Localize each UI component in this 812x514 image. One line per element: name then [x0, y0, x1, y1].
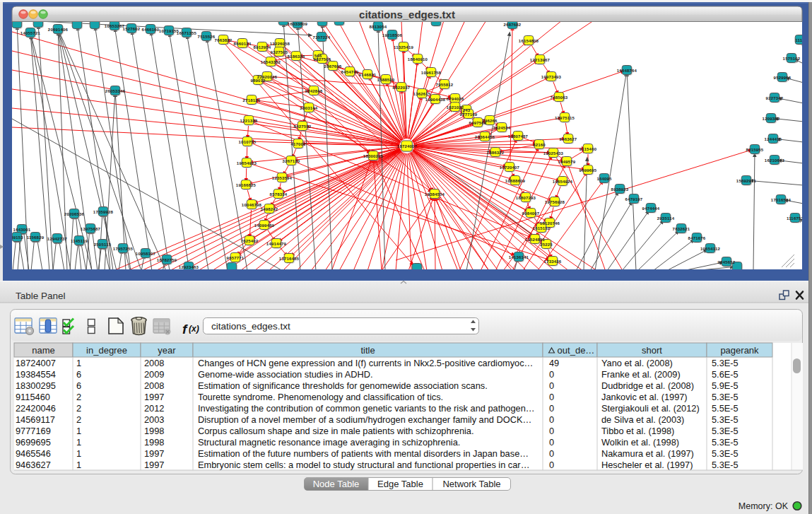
svg-text:164095: 164095: [596, 177, 612, 181]
svg-text:25225: 25225: [540, 243, 553, 247]
svg-text:12923463: 12923463: [179, 265, 199, 269]
svg-text:13524851: 13524851: [525, 238, 546, 242]
svg-text:1010755: 1010755: [239, 140, 257, 144]
svg-text:5.6E-5: 5.6E-5: [712, 369, 739, 380]
svg-text:9327505: 9327505: [271, 50, 288, 54]
svg-text:10688609: 10688609: [505, 179, 526, 183]
svg-text:5.9E-5: 5.9E-5: [712, 380, 739, 391]
svg-text:0: 0: [549, 414, 554, 425]
svg-text:0: 0: [549, 380, 554, 391]
svg-text:13716485: 13716485: [279, 257, 300, 261]
svg-text:9777169: 9777169: [16, 426, 51, 436]
svg-text:9463627: 9463627: [560, 137, 577, 141]
svg-text:Nakamura et al. (1997): Nakamura et al. (1997): [601, 448, 694, 459]
svg-text:9474444: 9474444: [642, 206, 660, 211]
svg-text:8186328: 8186328: [288, 54, 305, 59]
svg-text:year: year: [158, 345, 176, 356]
svg-text:8813054: 8813054: [370, 25, 387, 29]
svg-text:12975115: 12975115: [555, 116, 575, 120]
svg-text:Node Table: Node Table: [313, 479, 360, 489]
svg-text:9227342: 9227342: [766, 96, 784, 100]
svg-text:1244415: 1244415: [765, 137, 782, 141]
svg-text:0: 0: [549, 403, 554, 414]
svg-text:title: title: [360, 345, 375, 356]
svg-text:49: 49: [549, 358, 559, 368]
svg-text:19384554: 19384554: [425, 192, 445, 197]
svg-text:17016504: 17016504: [771, 198, 792, 202]
svg-text:1527602: 1527602: [123, 27, 141, 31]
svg-text:1949579: 1949579: [558, 160, 576, 164]
svg-text:name: name: [32, 345, 55, 356]
svg-text:1: 1: [76, 460, 81, 470]
svg-text:2009: 2009: [144, 369, 164, 380]
svg-text:2687682: 2687682: [504, 23, 522, 27]
svg-text:18300295: 18300295: [16, 380, 56, 391]
svg-text:13226058: 13226058: [270, 42, 290, 46]
svg-text:26053346: 26053346: [105, 89, 126, 93]
svg-text:0: 0: [549, 460, 554, 470]
svg-text:7357224: 7357224: [313, 35, 331, 40]
svg-text:out_de…: out_de…: [558, 345, 595, 356]
svg-text:3267130: 3267130: [283, 159, 300, 163]
svg-text:1: 1: [76, 358, 81, 368]
svg-text:14136141: 14136141: [509, 255, 529, 259]
svg-text:0: 0: [549, 448, 554, 459]
svg-text:1: 1: [76, 426, 81, 436]
svg-text:10961758: 10961758: [421, 71, 442, 75]
svg-text:(x): (x): [189, 324, 199, 334]
svg-text:5.3E-5: 5.3E-5: [712, 460, 739, 470]
svg-text:1116753: 1116753: [787, 216, 804, 221]
svg-text:62160: 62160: [533, 143, 546, 147]
svg-text:2008: 2008: [144, 380, 164, 391]
svg-text:16154808: 16154808: [519, 39, 539, 43]
svg-text:1221338: 1221338: [240, 119, 258, 123]
svg-text:14055721: 14055721: [20, 31, 41, 35]
svg-text:10653267: 10653267: [105, 24, 125, 28]
svg-text:2003: 2003: [144, 414, 164, 425]
svg-text:de Silva et al. (2003): de Silva et al. (2003): [601, 414, 684, 425]
svg-text:18300295: 18300295: [363, 154, 384, 158]
svg-text:18724007: 18724007: [397, 144, 418, 148]
svg-text:10654112: 10654112: [700, 247, 720, 251]
svg-text:14099489: 14099489: [254, 223, 275, 228]
svg-text:Memory: OK: Memory: OK: [739, 501, 789, 511]
svg-text:5.3E-5: 5.3E-5: [712, 448, 739, 459]
svg-text:3624534: 3624534: [493, 126, 511, 130]
svg-text:5.3E-5: 5.3E-5: [712, 437, 739, 448]
svg-text:15720407: 15720407: [500, 165, 520, 170]
svg-text:Estimation of the future numbe: Estimation of the future numbers of pati…: [198, 448, 529, 459]
svg-text:Embryonic stem cells: a model: Embryonic stem cells: a model to study s…: [198, 460, 529, 470]
svg-text:18640910: 18640910: [408, 57, 428, 62]
svg-text:19904438: 19904438: [425, 98, 446, 102]
svg-text:989012: 989012: [250, 78, 266, 83]
svg-text:Jankovic et al. (1997): Jankovic et al. (1997): [601, 392, 688, 402]
svg-text:16543362: 16543362: [261, 60, 281, 64]
svg-text:8215955: 8215955: [746, 148, 764, 152]
svg-text:1588520: 1588520: [377, 78, 395, 82]
svg-text:11325419: 11325419: [394, 45, 413, 49]
svg-text:2867608: 2867608: [324, 64, 342, 69]
svg-text:1615152: 1615152: [533, 226, 551, 230]
svg-text:5.3E-5: 5.3E-5: [712, 358, 739, 368]
svg-text:1998: 1998: [144, 437, 164, 448]
svg-text:9529966: 9529966: [774, 76, 792, 80]
svg-text:8454749: 8454749: [341, 70, 359, 74]
svg-text:1997: 1997: [144, 392, 164, 402]
svg-text:Estimation of significance thr: Estimation of significance thresholds fo…: [198, 380, 488, 391]
svg-text:746266: 746266: [482, 119, 498, 123]
svg-text:Franke et al. (2009): Franke et al. (2009): [601, 369, 681, 380]
svg-text:19654924: 19654924: [553, 180, 573, 184]
svg-text:Investigating the contribution: Investigating the contribution of common…: [198, 403, 535, 414]
svg-text:14569117: 14569117: [16, 414, 55, 425]
svg-text:7663822: 7663822: [215, 38, 233, 42]
svg-text:2: 2: [76, 403, 81, 414]
svg-text:8471676: 8471676: [688, 236, 706, 240]
svg-text:2718126: 2718126: [243, 98, 261, 103]
svg-text:39153: 39153: [11, 235, 23, 240]
svg-text:5.3E-5: 5.3E-5: [712, 426, 739, 436]
svg-text:16033809: 16033809: [288, 22, 308, 26]
svg-text:10046798: 10046798: [242, 203, 262, 207]
svg-text:10958107: 10958107: [136, 252, 156, 256]
svg-text:8427552: 8427552: [294, 124, 312, 129]
svg-text:Edge Table: Edge Table: [377, 479, 423, 489]
